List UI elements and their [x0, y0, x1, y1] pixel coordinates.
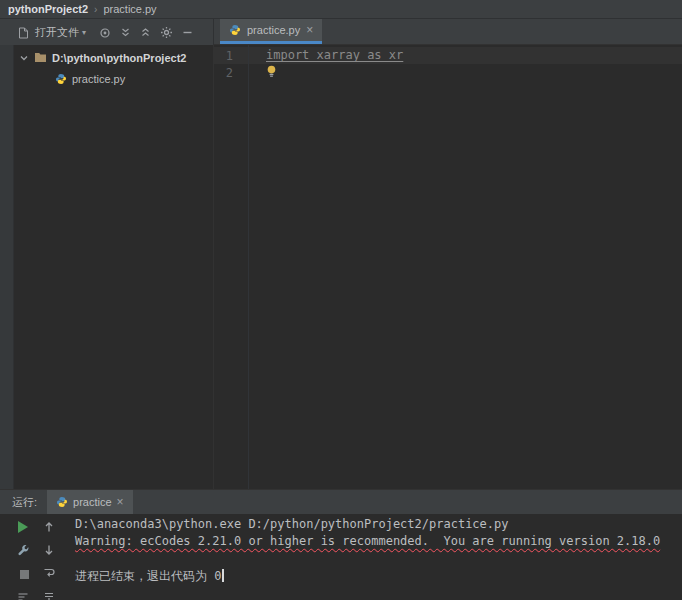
project-header-actions: [99, 23, 193, 41]
intention-bulb-icon[interactable]: [266, 64, 277, 78]
run-tool-window: 运行: practice ×: [0, 489, 682, 600]
stop-button[interactable]: [17, 567, 31, 581]
project-view-dropdown-label: 打开文件: [35, 25, 79, 40]
python-icon: [55, 73, 67, 85]
code-editor[interactable]: 1 2 import xarray as xr: [214, 45, 682, 489]
locate-file-button[interactable]: [99, 23, 111, 41]
console-exit-text: 进程已结束，退出代码为 0: [75, 569, 221, 583]
project-view-dropdown[interactable]: 打开文件 ▾: [35, 25, 86, 40]
project-panel-header: 打开文件 ▾: [0, 19, 214, 45]
prev-occurrence-button[interactable]: [42, 520, 56, 534]
gear-icon[interactable]: [160, 23, 173, 41]
breadcrumb-project[interactable]: pythonProject2: [8, 3, 88, 15]
rerun-button[interactable]: [16, 520, 30, 534]
folder-icon: [34, 52, 47, 63]
editor-tab-bar: practice.py ×: [214, 19, 682, 45]
line-number: 1: [214, 49, 233, 63]
chevron-down-icon: [19, 53, 29, 63]
run-tab-practice[interactable]: practice ×: [47, 490, 133, 514]
chevron-down-icon: ▾: [82, 28, 86, 37]
file-icon: [18, 23, 29, 41]
console-exit-line: 进程已结束，退出代码为 0: [75, 568, 660, 585]
run-header: 运行: practice ×: [0, 490, 682, 514]
tab-label: practice.py: [247, 24, 300, 36]
code-line-unused-import: import xarray as xr: [266, 48, 403, 62]
run-console: D:\anaconda3\python.exe D:/python/python…: [0, 514, 682, 600]
tree-root-label: D:\python\pythonProject2: [52, 52, 186, 64]
text-cursor: [222, 569, 224, 582]
main-area: D:\python\pythonProject2 practice.py 1 2…: [0, 45, 682, 489]
project-tree: D:\python\pythonProject2 practice.py: [14, 45, 214, 489]
tree-item-practice-py[interactable]: practice.py: [14, 68, 213, 89]
console-blank-line: [75, 551, 660, 568]
console-command-line: D:\anaconda3\python.exe D:/python/python…: [75, 517, 660, 534]
soft-wrap-button[interactable]: [42, 566, 56, 580]
pycharm-window: pythonProject2 › practice.py 打开文件 ▾: [0, 0, 682, 600]
console-output[interactable]: D:\anaconda3\python.exe D:/python/python…: [75, 517, 660, 585]
hide-panel-button[interactable]: [182, 23, 193, 41]
tool-window-stripe: [0, 45, 14, 489]
line-number: 2: [214, 66, 233, 80]
python-icon: [229, 24, 241, 36]
breadcrumb-separator-icon: ›: [94, 4, 97, 15]
toolbar-row: 打开文件 ▾: [0, 19, 682, 45]
clear-output-button[interactable]: [16, 590, 30, 600]
gutter-separator: [248, 45, 249, 489]
run-label: 运行:: [0, 490, 47, 514]
python-icon: [56, 496, 68, 508]
tree-item-project-root[interactable]: D:\python\pythonProject2: [14, 47, 213, 68]
run-tab-label: practice: [73, 496, 112, 508]
next-occurrence-button[interactable]: [42, 543, 56, 557]
collapse-all-button[interactable]: [140, 23, 151, 41]
breadcrumb-file[interactable]: practice.py: [103, 3, 156, 15]
tab-close-icon[interactable]: ×: [306, 24, 313, 36]
tree-file-label: practice.py: [72, 73, 125, 85]
run-tab-close-icon[interactable]: ×: [117, 496, 124, 508]
console-warning-line: Warning: ecCodes 2.21.0 or higher is rec…: [75, 534, 660, 551]
scroll-to-end-button[interactable]: [42, 590, 56, 600]
expand-all-button[interactable]: [120, 23, 131, 41]
breadcrumb: pythonProject2 › practice.py: [0, 0, 682, 19]
tab-practice-py[interactable]: practice.py ×: [220, 19, 322, 44]
wrench-settings-button[interactable]: [16, 543, 30, 557]
